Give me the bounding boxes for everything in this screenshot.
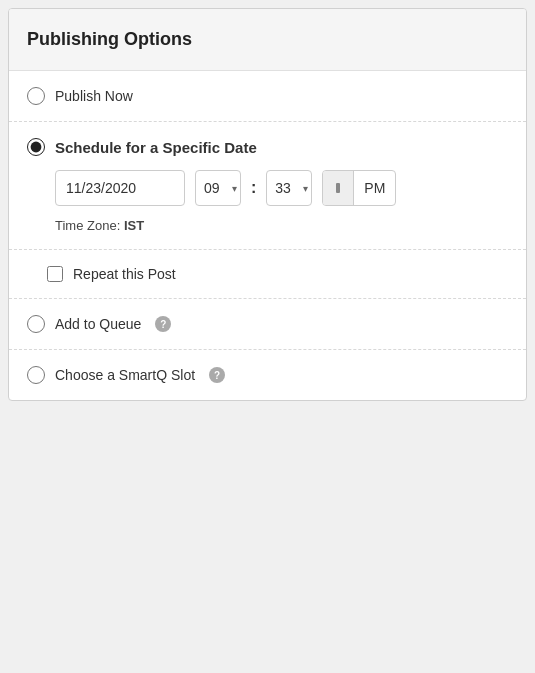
smartq-row: Choose a SmartQ Slot ? <box>27 366 508 384</box>
hour-select[interactable]: 010203 040506 070809 101112 <box>195 170 241 206</box>
ampm-value: PM <box>354 180 395 196</box>
queue-help-icon[interactable]: ? <box>155 316 171 332</box>
publish-now-section: Publish Now <box>9 71 526 122</box>
smartq-section: Choose a SmartQ Slot ? <box>9 350 526 400</box>
publish-now-label[interactable]: Publish Now <box>55 88 133 104</box>
svg-rect-0 <box>336 183 340 193</box>
repeat-label[interactable]: Repeat this Post <box>73 266 176 282</box>
repeat-section: Repeat this Post <box>9 250 526 299</box>
publish-now-radio[interactable] <box>27 87 45 105</box>
date-input[interactable] <box>55 170 185 206</box>
timezone-row: Time Zone: IST <box>55 218 508 233</box>
panel-title: Publishing Options <box>27 29 508 50</box>
queue-section: Add to Queue ? <box>9 299 526 350</box>
schedule-radio-row: Schedule for a Specific Date <box>27 138 508 156</box>
minute-select-wrapper: 000510 152025 303335 40455055 <box>266 170 312 206</box>
schedule-label[interactable]: Schedule for a Specific Date <box>55 139 257 156</box>
timezone-value: IST <box>124 218 144 233</box>
smartq-radio[interactable] <box>27 366 45 384</box>
minute-select[interactable]: 000510 152025 303335 40455055 <box>266 170 312 206</box>
ampm-group: PM <box>322 170 396 206</box>
smartq-help-icon[interactable]: ? <box>209 367 225 383</box>
queue-row: Add to Queue ? <box>27 315 508 333</box>
time-colon: : <box>251 179 256 197</box>
publish-now-row: Publish Now <box>27 87 508 105</box>
schedule-time-row: 010203 040506 070809 101112 : 000510 152… <box>55 170 508 206</box>
publishing-options-panel: Publishing Options Publish Now Schedule … <box>8 8 527 401</box>
schedule-section: Schedule for a Specific Date 010203 0405… <box>9 122 526 250</box>
queue-label[interactable]: Add to Queue <box>55 316 141 332</box>
ampm-toggle-button[interactable] <box>323 171 354 205</box>
schedule-radio[interactable] <box>27 138 45 156</box>
queue-radio[interactable] <box>27 315 45 333</box>
panel-header: Publishing Options <box>9 9 526 71</box>
hour-select-wrapper: 010203 040506 070809 101112 <box>195 170 241 206</box>
smartq-label[interactable]: Choose a SmartQ Slot <box>55 367 195 383</box>
timezone-label: Time Zone: <box>55 218 120 233</box>
schedule-controls: 010203 040506 070809 101112 : 000510 152… <box>55 170 508 233</box>
repeat-checkbox[interactable] <box>47 266 63 282</box>
